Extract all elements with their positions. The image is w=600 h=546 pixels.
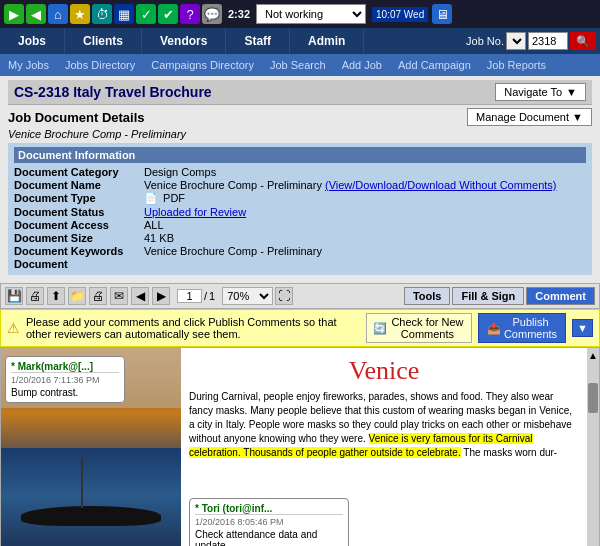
pdf-expand-icon[interactable]: ⛶ — [275, 287, 293, 305]
nav-admin[interactable]: Admin — [290, 28, 364, 54]
doc-info-row-type: Document Type 📄 PDF — [14, 192, 586, 205]
scrollbar-thumb[interactable] — [588, 383, 598, 413]
pdf-fillsign-button[interactable]: Fill & Sign — [452, 287, 524, 305]
doc-text-panel: Venice During Carnival, people enjoy fir… — [181, 348, 587, 546]
job-search-button[interactable]: 🔍 — [570, 32, 596, 50]
job-no-input[interactable] — [528, 32, 568, 50]
job-no-dropdown[interactable] — [506, 32, 526, 50]
doc-type-label: Document Type — [14, 192, 144, 205]
sub-nav: My Jobs Jobs Directory Campaigns Directo… — [0, 54, 600, 76]
pdf-page-sep: / — [204, 290, 207, 302]
chevron-down-icon2: ▼ — [572, 111, 583, 123]
pdf-page-total: 1 — [209, 290, 215, 302]
doc-size-value: 41 KB — [144, 232, 174, 244]
pdf-print-icon[interactable]: 🖨 — [26, 287, 44, 305]
doc-info-row-status: Document Status Uploaded for Review — [14, 206, 586, 218]
pdf-tools-button[interactable]: Tools — [404, 287, 451, 305]
icon-monitor[interactable]: 🖥 — [432, 4, 452, 24]
comment-bubble-2: * Tori (tori@inf... 1/20/2016 8:05:46 PM… — [189, 498, 349, 546]
doc-access-value: ALL — [144, 219, 164, 231]
page-title: Job Document Details — [8, 110, 145, 125]
subnav-campaigns[interactable]: Campaigns Directory — [147, 57, 258, 73]
comment2-text: Check attendance data and update. — [195, 529, 343, 546]
status-dropdown[interactable]: Not working — [256, 4, 366, 24]
pdf-zoom: 70% 100% 150% ⛶ — [222, 287, 293, 305]
nav-staff[interactable]: Staff — [226, 28, 290, 54]
pdf-page-nav: 1 / 1 — [177, 289, 215, 303]
icon-chat[interactable]: 💬 — [202, 4, 222, 24]
check-comments-button[interactable]: 🔄 Check for New Comments — [366, 313, 472, 343]
scroll-up-icon[interactable]: ▲ — [586, 348, 600, 363]
venice-body-text: During Carnival, people enjoy fireworks,… — [181, 390, 587, 460]
clock-display: 10:07 Wed — [372, 7, 428, 22]
venice-title: Venice — [181, 348, 587, 390]
doc-status-link[interactable]: Uploaded for Review — [144, 206, 246, 218]
refresh-icon: 🔄 — [373, 322, 387, 335]
publish-icon: 📤 — [487, 322, 501, 335]
publish-more-button[interactable]: ▼ — [572, 319, 593, 337]
comment-bubble-1: * Mark(mark@[...] 1/20/2016 7:11:36 PM B… — [5, 356, 125, 403]
doc-status-label: Document Status — [14, 206, 144, 218]
pdf-right-tools: Tools Fill & Sign Comment — [404, 287, 595, 305]
subnav-myjobs[interactable]: My Jobs — [4, 57, 53, 73]
pdf-toolbar: 💾 🖨 ⬆ 📁 🖨 ✉ ◀ ▶ 1 / 1 70% 100% 150% ⛶ To… — [0, 283, 600, 309]
subnav-jobsdirectory[interactable]: Jobs Directory — [61, 57, 139, 73]
job-title: CS-2318 Italy Travel Brochure — [14, 84, 212, 100]
subnav-jobsearch[interactable]: Job Search — [266, 57, 330, 73]
comment2-author: * Tori (tori@inf... — [195, 503, 343, 515]
pdf-forward-icon[interactable]: ▶ — [152, 287, 170, 305]
manage-doc-button[interactable]: Manage Document ▼ — [467, 108, 592, 126]
icon-question[interactable]: ? — [180, 4, 200, 24]
doc-info-section: Document Information Document Category D… — [8, 143, 592, 275]
doc-download-link[interactable]: (View/Download/Download Without Comments… — [325, 179, 557, 191]
subnav-jobreports[interactable]: Job Reports — [483, 57, 550, 73]
subnav-addcampaign[interactable]: Add Campaign — [394, 57, 475, 73]
job-title-bar: CS-2318 Italy Travel Brochure Navigate T… — [8, 80, 592, 105]
comment2-date: 1/20/2016 8:05:46 PM — [195, 517, 343, 527]
section-header: Job Document Details Manage Document ▼ — [8, 105, 592, 128]
pdf-zoom-select[interactable]: 70% 100% 150% — [222, 287, 273, 305]
doc-info-row-name: Document Name Venice Brochure Comp - Pre… — [14, 179, 586, 191]
navigate-to-button[interactable]: Navigate To ▼ — [495, 83, 586, 101]
publish-comments-button[interactable]: 📤 Publish Comments — [478, 313, 566, 343]
doc-scrollbar[interactable]: ▲ ▼ — [587, 348, 599, 546]
doc-viewer: * Mark(mark@[...] 1/20/2016 7:11:36 PM B… — [0, 347, 600, 546]
pdf-upload-icon[interactable]: ⬆ — [47, 287, 65, 305]
icon-grid[interactable]: ▦ — [114, 4, 134, 24]
icon-star[interactable]: ★ — [70, 4, 90, 24]
notice-text: Please add your comments and click Publi… — [26, 316, 360, 340]
sub-section-title: Venice Brochure Comp - Preliminary — [8, 128, 592, 143]
doc-size-label: Document Size — [14, 232, 144, 244]
nav-vendors[interactable]: Vendors — [142, 28, 226, 54]
doc-category-label: Document Category — [14, 166, 144, 178]
comment1-text: Bump contrast. — [11, 387, 119, 398]
nav-jobs[interactable]: Jobs — [0, 28, 65, 54]
icon-check[interactable]: ✓ — [136, 4, 156, 24]
time-display: 2:32 — [228, 8, 250, 20]
pdf-printer2-icon[interactable]: 🖨 — [89, 287, 107, 305]
pdf-comment-button[interactable]: Comment — [526, 287, 595, 305]
pdf-save-icon[interactable]: 💾 — [5, 287, 23, 305]
doc-info-row-category: Document Category Design Comps — [14, 166, 586, 178]
doc-name-label: Document Name — [14, 179, 144, 191]
doc-info-row-document: Document — [14, 258, 586, 270]
icon-check2[interactable]: ✔ — [158, 4, 178, 24]
pdf-back-icon[interactable]: ◀ — [131, 287, 149, 305]
nav-clients[interactable]: Clients — [65, 28, 142, 54]
icon-back[interactable]: ◀ — [26, 4, 46, 24]
subnav-addjob[interactable]: Add Job — [338, 57, 386, 73]
doc-keywords-value: Venice Brochure Comp - Preliminary — [144, 245, 322, 257]
chevron-down-icon: ▼ — [566, 86, 577, 98]
pdf-folder-icon[interactable]: 📁 — [68, 287, 86, 305]
icon-play[interactable]: ▶ — [4, 4, 24, 24]
pdf-page-input[interactable]: 1 — [177, 289, 202, 303]
icon-clock[interactable]: ⏱ — [92, 4, 112, 24]
pdf-icon: 📄 — [144, 192, 158, 204]
pdf-email-icon[interactable]: ✉ — [110, 287, 128, 305]
comment1-date: 1/20/2016 7:11:36 PM — [11, 375, 119, 385]
page-content: CS-2318 Italy Travel Brochure Navigate T… — [0, 76, 600, 283]
icon-home[interactable]: ⌂ — [48, 4, 68, 24]
doc-info-row-access: Document Access ALL — [14, 219, 586, 231]
doc-access-label: Document Access — [14, 219, 144, 231]
top-toolbar: ▶ ◀ ⌂ ★ ⏱ ▦ ✓ ✔ ? 💬 2:32 Not working 10:… — [0, 0, 600, 28]
